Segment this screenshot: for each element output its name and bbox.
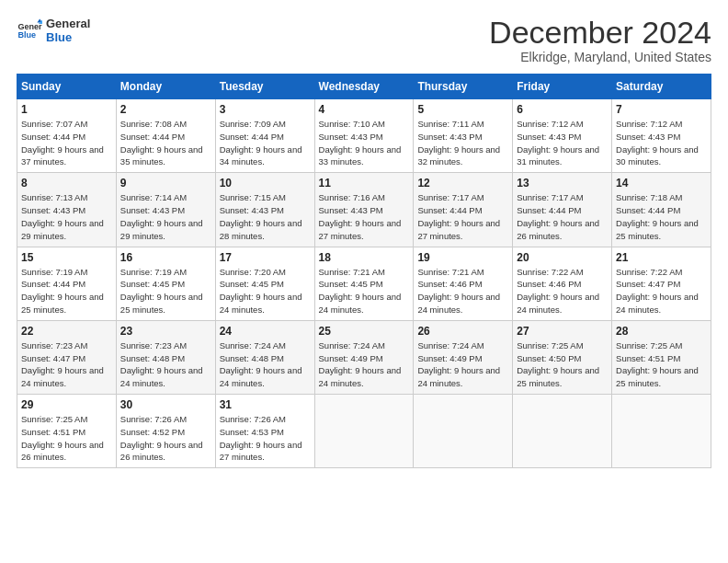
day-header-tuesday: Tuesday	[215, 75, 314, 99]
day-number: 9	[120, 177, 211, 190]
day-header-wednesday: Wednesday	[314, 75, 414, 99]
calendar-cell	[513, 395, 612, 468]
cell-content: Sunrise: 7:22 AMSunset: 4:47 PMDaylight:…	[616, 267, 699, 315]
cell-content: Sunrise: 7:13 AMSunset: 4:43 PMDaylight:…	[21, 192, 104, 240]
day-number: 22	[21, 325, 112, 338]
cell-content: Sunrise: 7:07 AMSunset: 4:44 PMDaylight:…	[21, 119, 104, 167]
calendar-cell: 29 Sunrise: 7:25 AMSunset: 4:51 PMDaylig…	[17, 395, 117, 468]
calendar-table: SundayMondayTuesdayWednesdayThursdayFrid…	[17, 74, 711, 468]
day-number: 5	[417, 103, 508, 116]
calendar-cell: 28 Sunrise: 7:25 AMSunset: 4:51 PMDaylig…	[612, 320, 711, 394]
day-number: 29	[21, 398, 112, 411]
day-number: 30	[120, 398, 211, 411]
calendar-cell: 14 Sunrise: 7:18 AMSunset: 4:44 PMDaylig…	[612, 173, 711, 247]
day-number: 19	[417, 251, 508, 264]
calendar-cell: 13 Sunrise: 7:17 AMSunset: 4:44 PMDaylig…	[513, 173, 612, 247]
calendar-cell: 4 Sunrise: 7:10 AMSunset: 4:43 PMDayligh…	[314, 99, 414, 173]
cell-content: Sunrise: 7:08 AMSunset: 4:44 PMDaylight:…	[120, 119, 203, 167]
day-number: 13	[517, 177, 608, 190]
calendar-cell: 7 Sunrise: 7:12 AMSunset: 4:43 PMDayligh…	[612, 99, 711, 173]
day-number: 24	[220, 325, 311, 338]
cell-content: Sunrise: 7:20 AMSunset: 4:45 PMDaylight:…	[220, 267, 302, 315]
cell-content: Sunrise: 7:16 AMSunset: 4:43 PMDaylight:…	[319, 192, 402, 240]
day-number: 21	[616, 251, 707, 264]
cell-content: Sunrise: 7:26 AMSunset: 4:52 PMDaylight:…	[120, 414, 203, 462]
cell-content: Sunrise: 7:12 AMSunset: 4:43 PMDaylight:…	[517, 119, 599, 167]
cell-content: Sunrise: 7:17 AMSunset: 4:44 PMDaylight:…	[517, 192, 599, 240]
day-number: 25	[319, 325, 410, 338]
calendar-cell: 2 Sunrise: 7:08 AMSunset: 4:44 PMDayligh…	[116, 99, 215, 173]
calendar-cell: 17 Sunrise: 7:20 AMSunset: 4:45 PMDaylig…	[215, 247, 314, 320]
calendar-cell: 23 Sunrise: 7:23 AMSunset: 4:48 PMDaylig…	[116, 320, 215, 394]
calendar-cell	[612, 395, 711, 468]
day-number: 10	[220, 177, 311, 190]
calendar-cell: 3 Sunrise: 7:09 AMSunset: 4:44 PMDayligh…	[215, 99, 314, 173]
day-number: 7	[616, 103, 707, 116]
calendar-cell: 27 Sunrise: 7:25 AMSunset: 4:50 PMDaylig…	[513, 320, 612, 394]
day-number: 2	[120, 103, 211, 116]
cell-content: Sunrise: 7:26 AMSunset: 4:53 PMDaylight:…	[220, 414, 302, 462]
title-section: December 2024 Elkridge, Maryland, United…	[489, 17, 711, 64]
calendar-cell: 30 Sunrise: 7:26 AMSunset: 4:52 PMDaylig…	[116, 395, 215, 468]
cell-content: Sunrise: 7:25 AMSunset: 4:51 PMDaylight:…	[21, 414, 104, 462]
calendar-cell: 6 Sunrise: 7:12 AMSunset: 4:43 PMDayligh…	[513, 99, 612, 173]
calendar-cell: 19 Sunrise: 7:21 AMSunset: 4:46 PMDaylig…	[414, 247, 513, 320]
calendar-cell: 5 Sunrise: 7:11 AMSunset: 4:43 PMDayligh…	[414, 99, 513, 173]
logo-line1: General	[46, 17, 90, 30]
day-number: 14	[616, 177, 707, 190]
day-number: 12	[417, 177, 508, 190]
day-number: 8	[21, 177, 112, 190]
day-header-friday: Friday	[513, 75, 612, 99]
day-header-thursday: Thursday	[414, 75, 513, 99]
calendar-header-row: SundayMondayTuesdayWednesdayThursdayFrid…	[17, 75, 711, 99]
cell-content: Sunrise: 7:25 AMSunset: 4:50 PMDaylight:…	[517, 340, 599, 388]
cell-content: Sunrise: 7:15 AMSunset: 4:43 PMDaylight:…	[220, 192, 302, 240]
cell-content: Sunrise: 7:14 AMSunset: 4:43 PMDaylight:…	[120, 192, 203, 240]
calendar-cell: 1 Sunrise: 7:07 AMSunset: 4:44 PMDayligh…	[17, 99, 117, 173]
calendar-cell: 11 Sunrise: 7:16 AMSunset: 4:43 PMDaylig…	[314, 173, 414, 247]
day-number: 31	[220, 398, 311, 411]
logo: General Blue General Blue	[17, 17, 90, 44]
month-title: December 2024	[489, 17, 711, 48]
cell-content: Sunrise: 7:24 AMSunset: 4:49 PMDaylight:…	[319, 340, 402, 388]
day-number: 6	[517, 103, 608, 116]
cell-content: Sunrise: 7:10 AMSunset: 4:43 PMDaylight:…	[319, 119, 402, 167]
day-number: 4	[319, 103, 410, 116]
svg-text:Blue: Blue	[17, 30, 36, 40]
day-number: 16	[120, 251, 211, 264]
calendar-cell: 12 Sunrise: 7:17 AMSunset: 4:44 PMDaylig…	[414, 173, 513, 247]
cell-content: Sunrise: 7:23 AMSunset: 4:48 PMDaylight:…	[120, 340, 203, 388]
cell-content: Sunrise: 7:25 AMSunset: 4:51 PMDaylight:…	[616, 340, 699, 388]
calendar-cell: 31 Sunrise: 7:26 AMSunset: 4:53 PMDaylig…	[215, 395, 314, 468]
day-number: 17	[220, 251, 311, 264]
location: Elkridge, Maryland, United States	[489, 50, 711, 64]
day-number: 11	[319, 177, 410, 190]
day-number: 15	[21, 251, 112, 264]
calendar-cell: 22 Sunrise: 7:23 AMSunset: 4:47 PMDaylig…	[17, 320, 117, 394]
calendar-cell: 15 Sunrise: 7:19 AMSunset: 4:44 PMDaylig…	[17, 247, 117, 320]
day-number: 18	[319, 251, 410, 264]
calendar-cell: 8 Sunrise: 7:13 AMSunset: 4:43 PMDayligh…	[17, 173, 117, 247]
cell-content: Sunrise: 7:24 AMSunset: 4:49 PMDaylight:…	[417, 340, 500, 388]
day-number: 23	[120, 325, 211, 338]
calendar-cell: 9 Sunrise: 7:14 AMSunset: 4:43 PMDayligh…	[116, 173, 215, 247]
calendar-cell: 26 Sunrise: 7:24 AMSunset: 4:49 PMDaylig…	[414, 320, 513, 394]
page: General Blue General Blue December 2024 …	[0, 0, 728, 563]
cell-content: Sunrise: 7:21 AMSunset: 4:46 PMDaylight:…	[417, 267, 500, 315]
calendar-cell: 10 Sunrise: 7:15 AMSunset: 4:43 PMDaylig…	[215, 173, 314, 247]
calendar-cell: 18 Sunrise: 7:21 AMSunset: 4:45 PMDaylig…	[314, 247, 414, 320]
day-number: 3	[220, 103, 311, 116]
calendar-cell: 24 Sunrise: 7:24 AMSunset: 4:48 PMDaylig…	[215, 320, 314, 394]
cell-content: Sunrise: 7:21 AMSunset: 4:45 PMDaylight:…	[319, 267, 402, 315]
calendar-cell	[314, 395, 414, 468]
cell-content: Sunrise: 7:11 AMSunset: 4:43 PMDaylight:…	[417, 119, 500, 167]
cell-content: Sunrise: 7:12 AMSunset: 4:43 PMDaylight:…	[616, 119, 699, 167]
cell-content: Sunrise: 7:17 AMSunset: 4:44 PMDaylight:…	[417, 192, 500, 240]
day-number: 1	[21, 103, 112, 116]
header: General Blue General Blue December 2024 …	[17, 17, 711, 64]
cell-content: Sunrise: 7:19 AMSunset: 4:44 PMDaylight:…	[21, 267, 104, 315]
day-number: 20	[517, 251, 608, 264]
calendar-cell: 25 Sunrise: 7:24 AMSunset: 4:49 PMDaylig…	[314, 320, 414, 394]
calendar-cell: 20 Sunrise: 7:22 AMSunset: 4:46 PMDaylig…	[513, 247, 612, 320]
calendar-cell: 16 Sunrise: 7:19 AMSunset: 4:45 PMDaylig…	[116, 247, 215, 320]
